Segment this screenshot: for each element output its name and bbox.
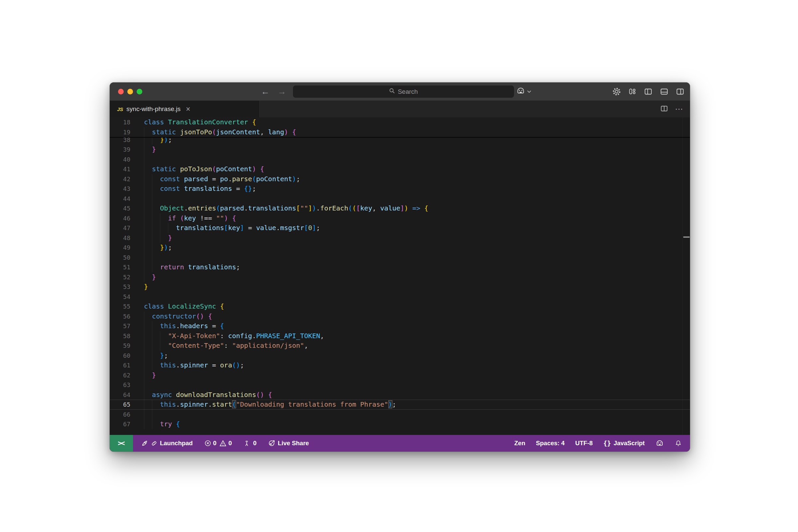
code-line[interactable]: 62 } [110,370,690,380]
toggle-panel-icon[interactable] [660,87,669,96]
live-share-status-item[interactable]: Live Share [268,440,309,447]
toggle-secondary-sidebar-icon[interactable] [676,87,685,96]
language-mode-status-item[interactable]: {} JavaScript [604,440,645,447]
code-line[interactable]: 18class TranslationConverter { [110,117,690,127]
code-token: ) [252,165,256,173]
indentation-status-item[interactable]: Spaces: 4 [536,440,565,447]
code-token [144,263,160,271]
navigate-forward-button[interactable]: → [278,87,286,97]
warning-icon [219,440,227,447]
launchpad-status-item[interactable]: Launchpad [141,440,193,447]
code-line[interactable]: 46 if (key !== "") { [110,213,690,224]
code-token [264,391,268,399]
code-line[interactable]: 39 } [110,145,690,155]
line-number: 48 [110,233,130,243]
settings-gear-icon[interactable] [612,87,621,96]
navigate-back-button[interactable]: ← [261,87,270,97]
code-line[interactable]: 59 "Content-Type": "application/json", [110,341,690,351]
code-token: { [232,214,236,222]
toggle-primary-sidebar-icon[interactable] [644,87,653,96]
code-token: [ [304,224,308,232]
code-line[interactable]: 61 this.spinner = ora(); [110,360,690,370]
code-line[interactable]: 67 try { [110,419,690,429]
sticky-scroll: 18class TranslationConverter {19 static … [110,117,690,138]
code-line[interactable]: 64 async downloadTranslations() { [110,390,690,400]
line-number: 66 [110,410,130,420]
code-token: } [160,243,164,251]
problems-status-item[interactable]: 0 0 [204,440,232,447]
code-token [144,234,168,242]
scrollbar-track[interactable] [682,117,690,435]
remote-indicator[interactable]: >< [110,435,133,452]
code-line[interactable]: 40 [110,155,690,165]
indent-guide [144,194,144,204]
code-token: ] [240,224,244,232]
line-number: 49 [110,243,130,253]
line-number: 58 [110,331,130,341]
code-line[interactable]: 66 [110,410,690,420]
code-token [256,165,260,173]
code-token [164,118,168,126]
minimize-window-button[interactable] [127,89,133,94]
split-editor-icon[interactable] [660,104,668,114]
search-icon [389,88,395,95]
code-token [172,391,176,399]
code-line[interactable]: 44 [110,194,690,204]
command-center-search[interactable]: Search [292,85,514,98]
code-token [144,352,160,359]
line-number: 46 [110,213,130,224]
code-line[interactable]: 51 return translations; [110,262,690,272]
code-line[interactable]: 56 constructor() { [110,311,690,322]
code-line[interactable]: 57 this.headers = { [110,321,690,331]
code-line[interactable]: 19 static jsonToPo(jsonContent, lang) { [110,127,690,137]
code-line[interactable]: 52 } [110,272,690,282]
code-token: "Content-Type" [168,341,224,349]
more-actions-icon[interactable]: ⋯ [675,104,683,114]
code-token: spinner [180,361,208,369]
code-line[interactable]: 42 const parsed = po.parse(poContent); [110,174,690,184]
tab-sync-with-phrase[interactable]: JS sync-with-phrase.js × [110,101,260,117]
indent-guide [144,253,144,263]
zen-status-item[interactable]: Zen [514,440,525,447]
code-line[interactable]: 54 [110,292,690,302]
code-line[interactable]: 47 translations[key] = value.msgstr[0]; [110,223,690,233]
scrollbar-thumb[interactable] [683,236,690,238]
copilot-menu-button[interactable] [516,82,531,100]
code-line[interactable]: 58 "X-Api-Token": config.PHRASE_API_TOKE… [110,331,690,341]
error-icon [204,440,211,447]
code-line[interactable]: 41 static poToJson(poContent) { [110,164,690,174]
customize-layout-icon[interactable] [628,87,637,96]
code-line[interactable]: 55class LocalizeSync { [110,302,690,311]
code-line[interactable]: 65 this.spinner.start("Downloading trans… [110,400,690,410]
code-editor[interactable]: 18class TranslationConverter {19 static … [110,117,690,435]
copilot-status-icon[interactable] [656,439,664,448]
code-token: ; [236,263,240,271]
encoding-status-item[interactable]: UTF-8 [575,440,592,447]
code-line[interactable]: 49 }); [110,243,690,253]
code-line[interactable]: 48 } [110,233,690,243]
indent-guide [152,410,152,420]
code-token: ( [216,204,220,212]
close-window-button[interactable] [118,89,124,94]
code-line[interactable]: 45 Object.entries(parsed.translations[""… [110,204,690,213]
code-token: lang [268,128,284,136]
code-token: . [252,332,256,340]
code-token: ( [348,204,352,212]
code-line[interactable]: 50 [110,253,690,263]
code-token: , [260,128,268,136]
code-line[interactable]: 38 }); [110,138,690,145]
maximize-window-button[interactable] [137,89,142,94]
code-token: () [256,391,264,399]
code-token [172,420,176,428]
code-line[interactable]: 60 }; [110,351,690,361]
code-token: static [152,128,176,136]
notifications-bell-icon[interactable] [674,440,682,447]
code-line[interactable]: 43 const translations = {}; [110,184,690,194]
code-line[interactable]: 53} [110,282,690,292]
code-token: ) [284,128,288,136]
ports-status-item[interactable]: 0 [243,440,256,447]
code-line[interactable]: 63 [110,380,690,390]
indent-guide [152,253,152,263]
tab-close-icon[interactable]: × [186,106,190,113]
code-token: "" [300,204,308,212]
